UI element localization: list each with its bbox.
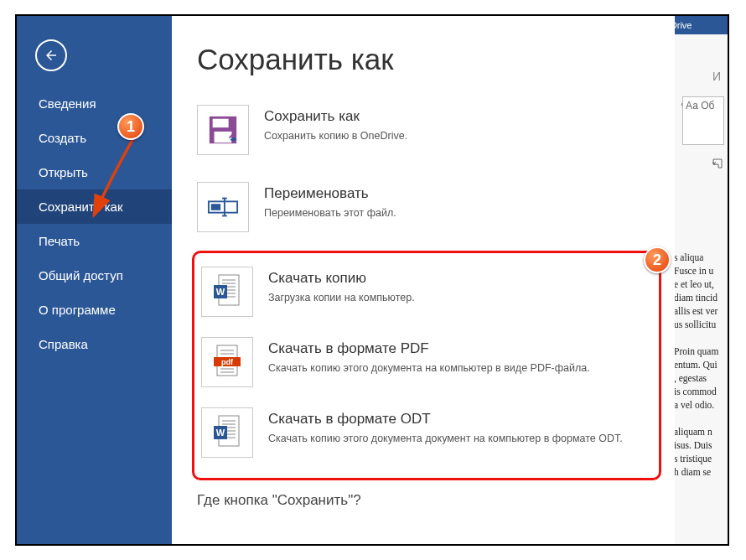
sidebar-item-label: О программе	[39, 303, 116, 317]
annotation-badge-2: 2	[644, 246, 671, 273]
action-download-copy[interactable]: W Скачать копию Загрузка копии на компью…	[196, 258, 657, 329]
sidebar-item-label: Печать	[39, 234, 80, 248]
pdf-doc-icon: pdf	[212, 344, 242, 381]
action-title: Сохранить как	[264, 108, 407, 125]
title-bar-right: OneDrive	[671, 16, 728, 34]
action-desc: Сохранить копию в OneDrive.	[264, 130, 407, 142]
ribbon-tab-fragment: И	[712, 70, 721, 83]
action-desc: Загрузка копии на компьютер.	[268, 292, 415, 303]
footer-label-where-save: Где кнопка "Сохранить"?	[197, 492, 656, 509]
svg-text:W: W	[216, 428, 225, 438]
arrow-left-icon	[44, 48, 59, 63]
odt-doc-icon: W	[212, 414, 242, 451]
action-desc: Скачать копию этого документа документ н…	[268, 433, 623, 444]
sidebar-item-info[interactable]: Сведения	[17, 86, 172, 121]
save-as-icon-box	[197, 105, 249, 155]
rename-icon	[207, 196, 239, 218]
sidebar-item-label: Общий доступ	[39, 268, 123, 283]
rename-icon-box	[197, 182, 249, 232]
download-odt-icon-box: W	[201, 407, 253, 458]
sidebar-item-help[interactable]: Справка	[17, 327, 172, 361]
action-save-as[interactable]: Сохранить как Сохранить копию в OneDrive…	[197, 96, 656, 174]
back-button[interactable]	[35, 39, 67, 71]
download-pdf-icon-box: pdf	[201, 337, 253, 387]
action-title: Скачать копию	[268, 270, 415, 287]
word-doc-icon: W	[212, 273, 242, 310]
action-title: Скачать в формате PDF	[268, 340, 590, 357]
action-rename[interactable]: Переименовать Переименовать этот файл.	[197, 174, 656, 251]
sidebar-item-label: Сведения	[39, 96, 96, 111]
svg-text:W: W	[216, 287, 225, 297]
svg-rect-4	[211, 204, 220, 210]
floppy-save-icon	[207, 114, 239, 146]
annotation-arrow	[87, 133, 146, 226]
annotation-highlight-box: W Скачать копию Загрузка копии на компью…	[192, 251, 661, 480]
action-title: Скачать в формате ODT	[268, 411, 623, 428]
download-copy-icon-box: W	[201, 267, 253, 317]
sidebar-item-about[interactable]: О программе	[17, 293, 172, 327]
svg-text:pdf: pdf	[221, 358, 234, 366]
backstage-main: Сохранить как Сохранить как Сохранить ко…	[172, 16, 675, 544]
style-preview-box: Аа Об	[682, 96, 724, 145]
sidebar-item-share[interactable]: Общий доступ	[17, 258, 172, 293]
action-download-odt[interactable]: W Скачать в формате ODT Скачать копию эт…	[196, 399, 657, 469]
backstage-sidebar: Сведения Создать Открыть Сохранить как П…	[17, 16, 172, 544]
page-title: Сохранить как	[197, 43, 656, 76]
action-desc: Переименовать этот файл.	[264, 207, 396, 219]
sidebar-item-label: Справка	[39, 337, 88, 351]
sidebar-item-label: Создать	[39, 131, 86, 145]
document-body-preview: s aliqua Fusce in u e et leo ut, diam ti…	[674, 251, 724, 536]
action-download-pdf[interactable]: pdf Скачать в формате PDF Скачать копию …	[196, 329, 657, 399]
sidebar-item-print[interactable]: Печать	[17, 224, 172, 258]
action-desc: Скачать копию этого документа на компьют…	[268, 362, 590, 374]
annotation-badge-1: 1	[117, 113, 144, 140]
action-title: Переименовать	[264, 185, 396, 202]
svg-rect-1	[213, 119, 229, 127]
ribbon-expand-icon	[712, 158, 723, 169]
sidebar-item-label: Открыть	[39, 165, 88, 179]
